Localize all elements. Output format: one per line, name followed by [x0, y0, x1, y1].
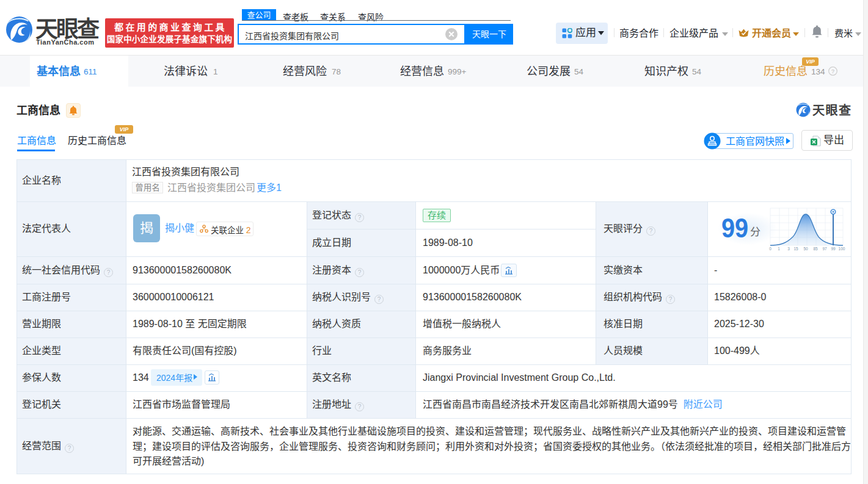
svg-text:97: 97: [822, 247, 827, 251]
svg-text:0: 0: [769, 247, 771, 251]
svg-text:85: 85: [813, 247, 818, 251]
svg-text:15: 15: [793, 247, 798, 251]
svg-text:?: ?: [831, 68, 834, 74]
svg-text:50: 50: [803, 247, 808, 251]
svg-text:100: 100: [839, 247, 845, 251]
svg-text:3: 3: [787, 247, 790, 251]
svg-text:99: 99: [831, 247, 836, 251]
svg-text:1: 1: [778, 247, 780, 251]
